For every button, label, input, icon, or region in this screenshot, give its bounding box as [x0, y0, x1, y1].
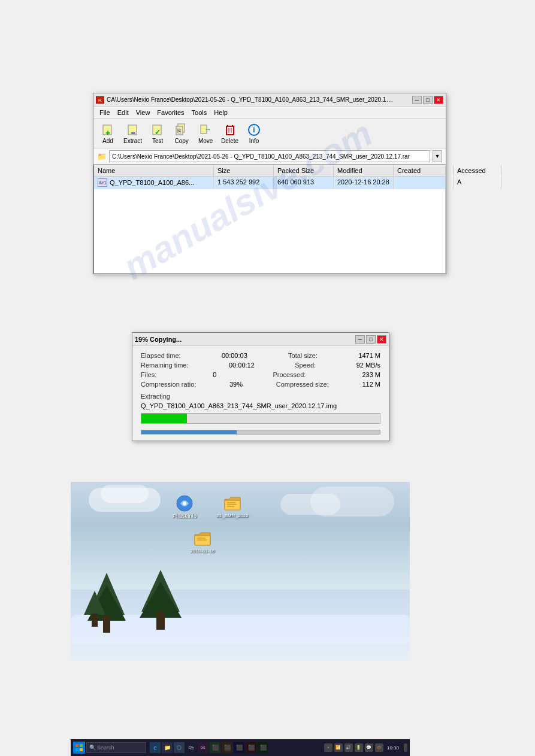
menu-tools[interactable]: Tools: [188, 108, 211, 117]
taskbar-icon-2[interactable]: 📁: [162, 742, 173, 753]
file-icon: IMG: [98, 178, 107, 187]
toolbar-info-button[interactable]: i Info: [243, 122, 265, 145]
taskbar-icon-8[interactable]: ⬛: [234, 742, 244, 753]
progress-maximize-button[interactable]: □: [366, 335, 376, 344]
taskbar-icon-1[interactable]: e: [150, 742, 161, 753]
taskbar-icon-6[interactable]: ⬛: [210, 742, 220, 753]
compressed-label: Compressed size:: [276, 381, 329, 388]
svg-rect-11: [226, 126, 234, 135]
toolbar-test-button[interactable]: ✓ Test: [147, 122, 168, 145]
edge-icon: ⬡: [177, 745, 182, 751]
taskbar-icon-5[interactable]: ✉: [198, 742, 208, 753]
desktop-icon-phaseinfo[interactable]: Phaseinfo: [167, 494, 202, 520]
toolbar-delete-button[interactable]: Delete: [219, 122, 241, 145]
compression-value: 39%: [229, 381, 243, 388]
toolbar-move-button[interactable]: → Move: [195, 122, 216, 145]
desktop-icon-row-1: Phaseinfo 21_SMR_2022: [167, 494, 250, 520]
col-modified[interactable]: Modified: [334, 165, 394, 176]
winrar-filelist: Name Size Packed Size Modified Created A…: [93, 165, 446, 274]
toolbar-info-label: Info: [249, 138, 259, 144]
remaining-row: Remaining time: 00:00:12 Speed: 92 MB/s: [141, 362, 380, 369]
start-button[interactable]: [73, 742, 85, 754]
taskbar-search-box[interactable]: 🔍 Search: [86, 742, 146, 753]
svg-rect-33: [195, 536, 210, 545]
menu-edit[interactable]: Edit: [114, 108, 132, 117]
systray-up-arrow[interactable]: ^: [324, 743, 333, 752]
toolbar-add-button[interactable]: + Add: [97, 122, 119, 145]
systray-chat[interactable]: 💬: [365, 743, 373, 752]
folder-taskbar-icon: 📁: [164, 745, 171, 751]
remaining-label: Remaining time:: [141, 362, 188, 369]
speed-value: 92 MB/s: [356, 362, 380, 369]
menu-favorites[interactable]: Favorites: [153, 108, 188, 117]
table-row[interactable]: IMG Q_YPD_T8100_A100_A86... 1 543 252 99…: [94, 177, 445, 189]
mail-icon: ✉: [201, 745, 205, 751]
toolbar-test-label: Test: [152, 138, 163, 144]
winrar-addressbar: 📁 ▼: [93, 148, 446, 165]
toolbar-extract-button[interactable]: − Extract: [121, 122, 144, 145]
file-size-cell: 1 543 252 992: [214, 177, 274, 189]
test-icon: ✓: [150, 123, 165, 137]
svg-text:i: i: [253, 126, 255, 134]
ie-icon: e: [153, 745, 157, 751]
svg-rect-29: [225, 500, 240, 510]
menu-file[interactable]: File: [96, 108, 114, 117]
svg-text:→: →: [204, 125, 211, 133]
taskbar-icon-9[interactable]: ⬛: [246, 742, 256, 753]
progress-titlebar: 19% Copying... ─ □ ✕: [132, 333, 389, 346]
progress-close-button[interactable]: ✕: [377, 335, 386, 344]
show-desktop-button[interactable]: [404, 743, 407, 752]
extracting-label: Extracting: [141, 393, 380, 400]
taskbar-systray: ^ 📶 🔊 🔋 💬 中 10:30: [324, 743, 407, 752]
compression-row: Compression ratio: 39% Compressed size: …: [141, 381, 380, 388]
app-icon-10: ⬛: [260, 745, 267, 751]
taskbar-clock[interactable]: 10:30: [385, 745, 401, 751]
col-packed-size[interactable]: Packed Size: [274, 165, 334, 176]
folder2-icon: [193, 529, 212, 548]
maximize-button[interactable]: □: [423, 96, 433, 104]
progress-minimize-button[interactable]: ─: [355, 335, 365, 344]
col-name[interactable]: Name: [94, 165, 214, 176]
files-row: Files: 0 Processed: 233 M: [141, 371, 380, 378]
svg-rect-38: [75, 748, 78, 751]
address-dropdown-button[interactable]: ▼: [433, 150, 442, 162]
progress-filename: Q_YPD_T8100_A100_A863_213_744_SMR_user_2…: [141, 402, 380, 409]
taskbar-icon-4[interactable]: 🛍: [186, 742, 197, 753]
winrar-window-controls: ─ □ ✕: [412, 96, 443, 104]
svg-text:✓: ✓: [155, 128, 161, 136]
taskbar-icon-10[interactable]: ⬛: [258, 742, 268, 753]
total-size-label: Total size:: [288, 352, 318, 359]
toolbar-delete-label: Delete: [221, 138, 238, 144]
menu-help[interactable]: Help: [210, 108, 231, 117]
file-progress-bar: [141, 413, 380, 424]
folder2-label: 2019-01-16: [191, 548, 215, 554]
toolbar-add-label: Add: [102, 138, 113, 144]
systray-china[interactable]: 中: [375, 743, 383, 752]
app-icon-8: ⬛: [236, 745, 243, 751]
winrar-menubar: File Edit View Favorites Tools Help: [93, 107, 446, 119]
toolbar-move-label: Move: [198, 138, 213, 144]
systray-battery[interactable]: 🔋: [355, 743, 363, 752]
col-size[interactable]: Size: [214, 165, 274, 176]
desktop-icon-folder2[interactable]: 2019-01-16: [185, 529, 220, 554]
overall-progress-fill: [141, 430, 237, 434]
svg-text:⎘: ⎘: [177, 127, 181, 134]
close-button[interactable]: ✕: [434, 96, 443, 104]
file-packed-cell: 640 060 913: [274, 177, 334, 189]
toolbar-copy-button[interactable]: ⎘ Copy: [171, 122, 192, 145]
delete-icon: [223, 123, 237, 137]
desktop-icon-folder1[interactable]: 21_SMR_2022: [214, 494, 250, 520]
folder1-label: 21_SMR_2022: [216, 513, 248, 519]
overall-progress-bar: [141, 430, 380, 435]
winrar-titlebar: R CA\Users\Nexio France\Desktop\2021-05-…: [93, 93, 446, 107]
systray-volume[interactable]: 🔊: [344, 743, 353, 752]
taskbar-icon-3[interactable]: ⬡: [174, 742, 185, 753]
minimize-button[interactable]: ─: [412, 96, 422, 104]
taskbar-icon-7[interactable]: ⬛: [222, 742, 232, 753]
col-accessed[interactable]: Accessed: [454, 165, 501, 176]
address-input[interactable]: [109, 150, 430, 162]
col-created[interactable]: Created: [394, 165, 454, 176]
menu-view[interactable]: View: [132, 108, 154, 117]
winrar-toolbar: + Add − Extract ✓ Test: [93, 119, 446, 148]
systray-network[interactable]: 📶: [334, 743, 343, 752]
